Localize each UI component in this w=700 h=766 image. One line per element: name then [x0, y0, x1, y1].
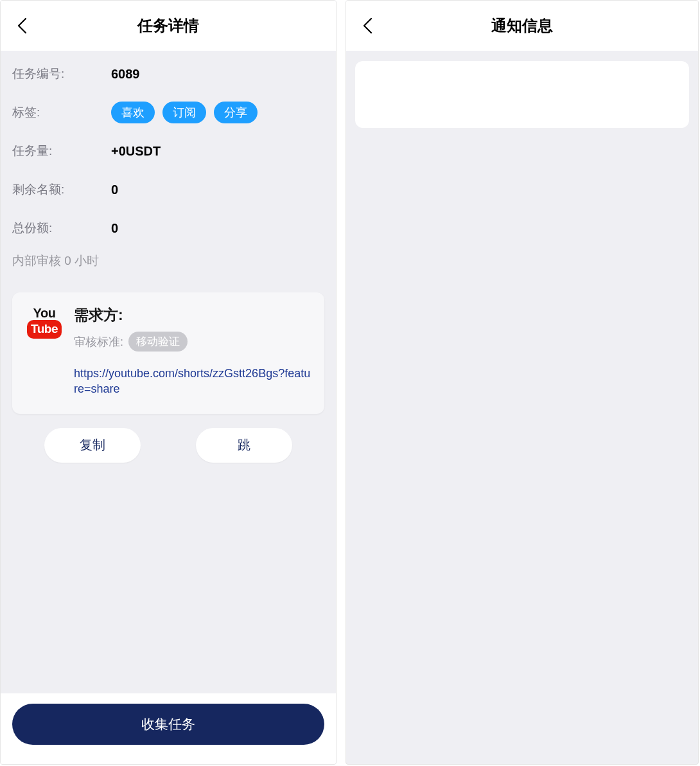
- tags-wrap: 喜欢 订阅 分享: [111, 102, 258, 123]
- task-number-row: 任务编号: 6089: [12, 55, 324, 93]
- youtube-logo-box: Tube: [27, 320, 62, 339]
- chevron-left-icon: [17, 17, 27, 34]
- youtube-icon: You Tube: [25, 305, 64, 397]
- tag-subscribe[interactable]: 订阅: [162, 102, 206, 123]
- content-area: 任务编号: 6089 标签: 喜欢 订阅 分享 任务量: +0USDT 剩余名额…: [1, 51, 336, 693]
- back-button[interactable]: [358, 16, 377, 35]
- page-title: 任务详情: [137, 15, 199, 36]
- header: 通知信息: [346, 1, 698, 51]
- requester-body: 需求方: 审核标准: 移动验证 https://youtube.com/shor…: [74, 305, 311, 397]
- detail-list: 任务编号: 6089 标签: 喜欢 订阅 分享 任务量: +0USDT 剩余名额…: [1, 51, 336, 292]
- notification-card[interactable]: [355, 61, 689, 128]
- task-number-value: 6089: [111, 67, 140, 82]
- youtube-logo-top: You: [33, 307, 56, 319]
- back-button[interactable]: [12, 16, 31, 35]
- action-row: 复制 跳: [1, 414, 336, 463]
- total-label: 总份额:: [12, 220, 111, 236]
- remaining-row: 剩余名额: 0: [12, 170, 324, 209]
- task-number-label: 任务编号:: [12, 66, 111, 82]
- jump-button[interactable]: 跳: [196, 428, 292, 463]
- audit-standard-row: 审核标准: 移动验证: [74, 332, 311, 352]
- amount-row: 任务量: +0USDT: [12, 132, 324, 170]
- task-detail-panel: 任务详情 任务编号: 6089 标签: 喜欢 订阅 分享 任务量: +0USDT: [0, 0, 337, 765]
- page-title: 通知信息: [491, 15, 553, 36]
- header: 任务详情: [1, 1, 336, 51]
- total-row: 总份额: 0: [12, 209, 324, 247]
- tags-label: 标签:: [12, 104, 111, 121]
- chevron-left-icon: [362, 17, 372, 34]
- notification-panel: 通知信息: [346, 0, 699, 765]
- requester-title: 需求方:: [74, 305, 311, 325]
- task-url[interactable]: https://youtube.com/shorts/zzGstt26Bgs?f…: [74, 366, 311, 397]
- requester-card: You Tube 需求方: 审核标准: 移动验证 https://youtube…: [12, 292, 324, 414]
- footer: 收集任务: [1, 693, 336, 764]
- remaining-label: 剩余名额:: [12, 181, 111, 198]
- tags-row: 标签: 喜欢 订阅 分享: [12, 93, 324, 132]
- amount-label: 任务量:: [12, 143, 111, 159]
- audit-text: 内部审核 0 小时: [12, 247, 324, 286]
- tag-like[interactable]: 喜欢: [111, 102, 155, 123]
- remaining-value: 0: [111, 183, 118, 197]
- total-value: 0: [111, 221, 118, 236]
- copy-button[interactable]: 复制: [44, 428, 141, 463]
- amount-value: +0USDT: [111, 144, 161, 159]
- tag-share[interactable]: 分享: [214, 102, 258, 123]
- audit-standard-label: 审核标准:: [74, 334, 123, 350]
- content-area: [346, 51, 698, 764]
- audit-standard-pill: 移动验证: [128, 332, 188, 352]
- collect-task-button[interactable]: 收集任务: [12, 704, 324, 745]
